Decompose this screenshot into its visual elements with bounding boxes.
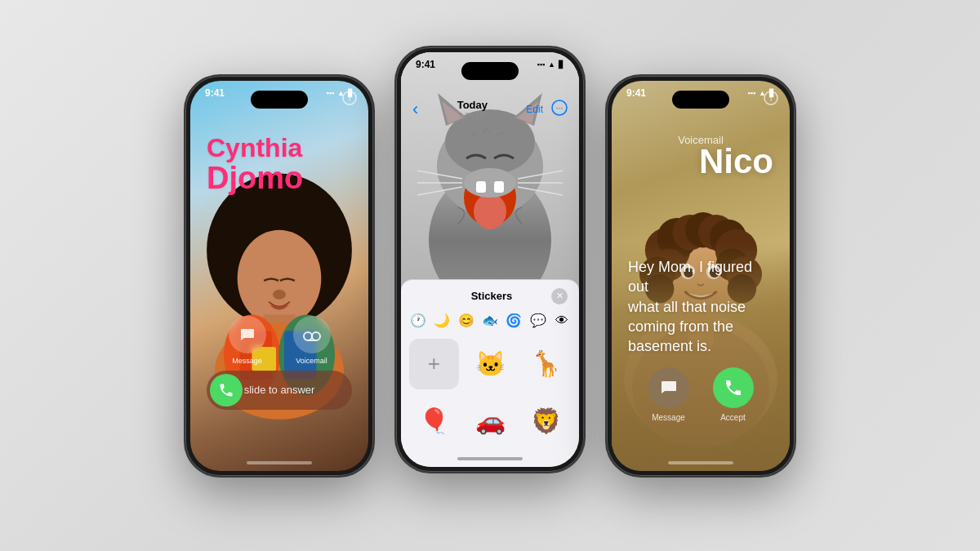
category-night[interactable]: 🌙 — [433, 309, 450, 332]
slide-to-answer-bar[interactable]: slide to answer — [207, 371, 352, 410]
voicemail-message-area: Hey Mom, I figured out what all that noi… — [628, 257, 773, 356]
close-icon: ✕ — [556, 291, 564, 301]
svg-point-25 — [474, 193, 506, 229]
add-sticker-button[interactable]: + — [409, 339, 459, 389]
home-indicator-3 — [668, 461, 733, 464]
message-action-btn[interactable]: Message — [229, 316, 266, 365]
svg-point-9 — [273, 289, 286, 299]
info-button-1[interactable]: i — [342, 91, 357, 109]
phone-2-messages: 9:41 ▪▪▪ ▲ ▊ — [396, 47, 584, 472]
signal-icon-3: ▪▪▪ — [748, 89, 756, 97]
svg-point-26 — [464, 168, 516, 198]
category-recent[interactable]: 🕐 — [409, 309, 426, 332]
phone-1-screen: 9:41 ▪▪▪ ▲ ▊ Cynthia Djomo — [190, 81, 368, 471]
info-button-3[interactable]: i — [764, 91, 778, 109]
sticker-giraffe[interactable]: 🦒 — [521, 339, 571, 389]
nav-subtitle: 9:38 AM — [459, 111, 486, 119]
stickers-close-button[interactable]: ✕ — [551, 288, 568, 304]
stickers-panel: Stickers ✕ 🕐 🌙 😊 🐟 🌀 💬 👁 — [401, 279, 579, 467]
contact-name-area: Cynthia Djomo — [190, 134, 368, 193]
signal-icon-2: ▪▪▪ — [537, 60, 546, 69]
voicemail-action-buttons: Message Accept — [612, 367, 790, 422]
phone-3-screen: 9:41 ▪▪▪ ▲ ▊ — [612, 81, 790, 471]
status-time-3: 9:41 — [626, 87, 646, 99]
call-action-buttons: Message Voicemail — [190, 316, 368, 365]
messages-nav: ‹ Today 9:38 AM Edit ··· — [401, 93, 579, 126]
message-line-4: basement is. — [628, 338, 711, 354]
nav-actions: Edit ··· — [526, 100, 568, 119]
category-smile[interactable]: 😊 — [457, 309, 474, 332]
back-button[interactable]: ‹ — [412, 99, 418, 120]
answer-phone-button[interactable] — [210, 374, 243, 407]
voicemail-contact-name: Nico — [699, 142, 773, 181]
message-btn-label: Message — [652, 413, 685, 422]
category-eye[interactable]: 👁 — [554, 309, 571, 332]
stickers-title: Stickers — [432, 290, 551, 302]
phones-container: 9:41 ▪▪▪ ▲ ▊ Cynthia Djomo — [169, 47, 811, 504]
svg-point-12 — [304, 332, 312, 340]
voicemail-accept-btn[interactable]: Accept — [713, 367, 754, 422]
phone-3-voicemail: 9:41 ▪▪▪ ▲ ▊ — [607, 76, 795, 476]
dynamic-island-2 — [461, 62, 519, 80]
accept-circle[interactable] — [713, 367, 754, 408]
sticker-row-1: + 🐱 🦒 — [401, 339, 579, 389]
sticker-balloon[interactable]: 🎈 — [409, 396, 459, 447]
nav-center: Today 9:38 AM — [457, 99, 488, 119]
svg-rect-27 — [476, 181, 486, 193]
message-circle[interactable] — [229, 316, 266, 353]
dynamic-island-1 — [251, 91, 308, 109]
contact-first-name: Cynthia — [207, 134, 352, 162]
svg-text:i: i — [770, 94, 772, 103]
category-fish[interactable]: 🐟 — [481, 309, 498, 332]
svg-text:i: i — [349, 94, 350, 103]
more-button[interactable]: ··· — [551, 100, 568, 119]
message-label: Message — [232, 357, 262, 365]
signal-icon: ▪▪▪ — [327, 89, 335, 97]
message-line-3: coming from the — [628, 318, 733, 335]
voicemail-message-btn[interactable]: Message — [648, 367, 689, 422]
voicemail-label: Voicemail — [296, 357, 327, 365]
svg-text:···: ··· — [555, 103, 563, 113]
sticker-lion[interactable]: 🦁 — [521, 396, 571, 447]
svg-rect-28 — [494, 181, 504, 193]
phone-1-incoming-call: 9:41 ▪▪▪ ▲ ▊ Cynthia Djomo — [185, 76, 373, 476]
home-indicator-2 — [457, 457, 523, 460]
contact-last-name: Djomo — [207, 162, 352, 193]
svg-point-13 — [312, 332, 320, 340]
sticker-car[interactable]: 🚗 — [466, 396, 515, 447]
status-icons-2: ▪▪▪ ▲ ▊ — [537, 60, 565, 69]
phone-2-screen: 9:41 ▪▪▪ ▲ ▊ — [401, 52, 579, 467]
voicemail-message-text: Hey Mom, I figured out what all that noi… — [628, 257, 773, 356]
nav-title: Today — [457, 99, 488, 111]
stickers-header: Stickers ✕ — [401, 280, 579, 309]
message-line-1: Hey Mom, I figured out — [628, 259, 752, 295]
voicemail-action-btn[interactable]: Voicemail — [293, 316, 331, 365]
dynamic-island-3 — [672, 91, 729, 109]
svg-point-1 — [238, 229, 322, 327]
accept-btn-label: Accept — [720, 413, 746, 422]
category-swirl[interactable]: 🌀 — [506, 309, 523, 332]
message-line-2: what all that noise — [628, 299, 746, 315]
category-bubble[interactable]: 💬 — [529, 309, 546, 332]
home-indicator-1 — [247, 461, 312, 464]
message-circle-3[interactable] — [648, 367, 689, 408]
stickers-categories: 🕐 🌙 😊 🐟 🌀 💬 👁 — [401, 309, 579, 339]
sticker-row-2: 🎈 🚗 🦁 — [401, 396, 579, 447]
edit-button[interactable]: Edit — [526, 104, 543, 115]
sticker-cat[interactable]: 🐱 — [466, 339, 515, 389]
slide-to-answer-text: slide to answer — [243, 384, 316, 396]
wifi-icon-2: ▲ — [548, 60, 555, 69]
battery-icon-2: ▊ — [559, 60, 564, 69]
voicemail-circle[interactable] — [293, 316, 331, 353]
status-time-1: 9:41 — [205, 87, 225, 99]
status-time-2: 9:41 — [416, 59, 435, 70]
